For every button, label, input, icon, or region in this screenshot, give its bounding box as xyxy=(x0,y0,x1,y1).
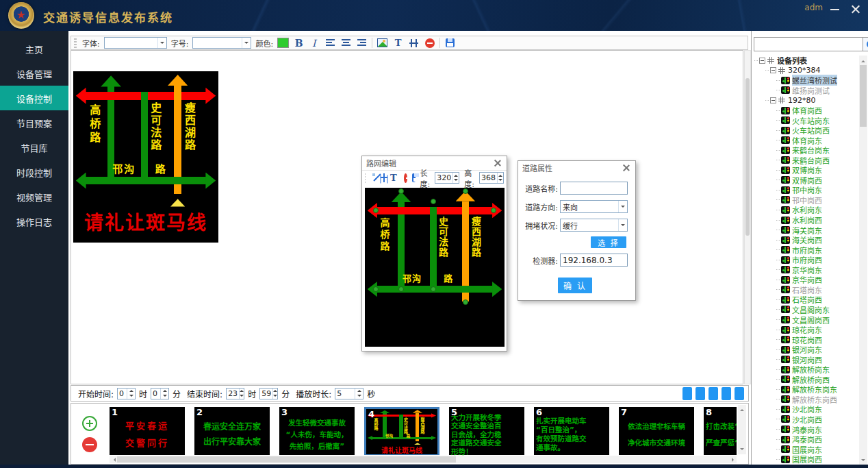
device-tree-item[interactable]: 海关岗西 xyxy=(753,235,858,245)
save-icon[interactable] xyxy=(412,173,415,182)
dialog-titlebar[interactable]: 路网编辑 xyxy=(362,156,507,170)
device-tree-item[interactable]: 市府岗西 xyxy=(753,255,858,265)
insert-image-button[interactable] xyxy=(376,37,388,49)
action-button[interactable] xyxy=(695,387,705,400)
device-search-button[interactable] xyxy=(863,37,868,51)
close-icon[interactable] xyxy=(849,3,863,15)
device-tree-item[interactable]: 琼花岗西 xyxy=(753,334,858,345)
detector-field[interactable] xyxy=(560,254,628,267)
program-thumbnail-4-selected[interactable]: 4 高桥路 史可法路 瘦西湖路 邗沟 路 请礼让斑马线 xyxy=(364,407,439,455)
device-tree-item[interactable]: 京华岗东 xyxy=(753,264,858,275)
remove-program-button[interactable] xyxy=(82,437,97,452)
toolbar-grip-icon[interactable] xyxy=(365,173,366,183)
road-shaft[interactable] xyxy=(430,207,437,290)
program-thumbnail-7[interactable]: 7 依法治理非标车辆 净化城市交通环境 xyxy=(619,407,694,455)
led-sign-preview[interactable]: 高桥路 史可法路 瘦西湖路 邗沟 路 请礼让斑马线 xyxy=(73,71,218,243)
program-thumbnail-3[interactable]: 3 发生轻微交通事故 “人未伤，车能动， 先拍照，后撤离” xyxy=(279,407,355,455)
align-right-button[interactable] xyxy=(356,37,368,49)
sidebar-item[interactable]: 主页 xyxy=(0,36,68,61)
device-tree-item[interactable]: 来鹤台岗东 xyxy=(753,145,858,156)
control-point[interactable] xyxy=(373,286,379,292)
device-tree-item[interactable]: 双博岗西 xyxy=(753,175,858,186)
add-program-button[interactable] xyxy=(82,416,97,431)
control-point[interactable] xyxy=(373,208,379,213)
tree-collapse-icon[interactable] xyxy=(759,58,765,64)
tree-vertical-scrollbar[interactable] xyxy=(859,56,867,466)
font-size-select[interactable] xyxy=(192,37,251,49)
control-point[interactable] xyxy=(398,286,404,292)
tree-collapse-icon[interactable] xyxy=(770,97,776,103)
device-tree-item[interactable]: 水利岗西 xyxy=(753,215,858,225)
control-point[interactable] xyxy=(398,188,404,194)
program-thumbnail-5[interactable]: 5 大力开展秋冬季 交通安全整治百 日会战，全力稳 定道路交通安全 形势！ xyxy=(449,407,524,455)
control-point[interactable] xyxy=(463,299,468,305)
device-tree-item[interactable]: 琼花岗东 xyxy=(753,325,858,335)
device-tree-item[interactable]: 邗中岗东 xyxy=(753,185,858,195)
program-thumbnail-8[interactable]: 8 打击改装“炸 严查严惩“机 xyxy=(704,407,737,455)
control-point[interactable] xyxy=(463,188,468,194)
scrollbar-thumb[interactable] xyxy=(745,78,750,236)
action-button[interactable] xyxy=(722,387,731,400)
device-tree-item[interactable]: 石塔岗西 xyxy=(753,295,858,305)
device-tree-item[interactable]: 银河岗东 xyxy=(753,345,858,355)
device-tree-item[interactable]: 体育岗西 xyxy=(753,106,858,116)
device-tree-item[interactable]: 解放桥岗东 xyxy=(753,365,858,375)
color-swatch-button[interactable] xyxy=(277,38,289,48)
draw-line-icon[interactable] xyxy=(372,173,374,182)
device-tree-item[interactable]: 火车站岗西 xyxy=(753,125,858,136)
device-tree-item[interactable]: 京华岗西 xyxy=(753,275,858,285)
device-tree-item[interactable]: 银河岗西 xyxy=(753,354,858,365)
scrollbar-thumb[interactable] xyxy=(860,65,867,127)
action-button[interactable] xyxy=(709,387,718,400)
device-tree-item[interactable]: 解放桥岗西 xyxy=(753,375,858,385)
confirm-button[interactable]: 确 认 xyxy=(558,278,592,293)
minimize-icon[interactable] xyxy=(828,3,842,15)
device-tree-item[interactable]: 市府岗东 xyxy=(753,245,858,255)
start-minute-stepper[interactable]: 0 xyxy=(151,388,169,399)
control-point[interactable] xyxy=(431,286,436,292)
device-tree-item[interactable]: 320*384 xyxy=(753,66,858,76)
scrollbar-thumb[interactable] xyxy=(117,456,456,463)
layout-columns-button[interactable] xyxy=(408,37,420,49)
sidebar-item[interactable]: 设备控制 xyxy=(0,86,68,110)
sidebar-item[interactable]: 节目预案 xyxy=(0,110,68,135)
congestion-select[interactable]: 缓行 xyxy=(560,219,628,232)
program-thumbnail-6[interactable]: 6 扎实开展电动车 “百日整治”， 有效预防道路交 通事故。 xyxy=(534,407,609,455)
close-icon[interactable] xyxy=(493,158,502,168)
font-family-select[interactable] xyxy=(104,37,167,49)
toolbar-grip-icon[interactable] xyxy=(74,38,77,48)
device-tree-item[interactable]: 沙北岗西 xyxy=(753,415,858,425)
device-tree-item[interactable]: 体育岗东 xyxy=(753,135,858,145)
device-tree-item[interactable]: 192*80 xyxy=(753,95,858,106)
strip-horizontal-scrollbar[interactable] xyxy=(110,456,737,463)
device-tree-item[interactable]: 石塔岗东 xyxy=(753,285,858,295)
delete-tool-icon[interactable] xyxy=(404,173,407,183)
device-tree-item[interactable]: 火车站岗东 xyxy=(753,115,858,125)
sidebar-item[interactable]: 节目库 xyxy=(0,135,68,160)
strip-vertical-scrollbar[interactable] xyxy=(738,405,746,454)
action-button[interactable] xyxy=(735,387,744,400)
device-tree-item[interactable]: 设备列表 xyxy=(753,56,858,66)
dialog-titlebar[interactable]: 道路属性 xyxy=(518,161,635,175)
device-tree-item[interactable]: 解放桥东岗西 xyxy=(753,395,858,405)
device-tree-item[interactable]: 文昌阁岗东 xyxy=(753,305,858,315)
save-button[interactable] xyxy=(444,37,456,49)
control-point[interactable] xyxy=(431,199,436,204)
align-left-button[interactable] xyxy=(324,37,336,49)
text-tool-button[interactable]: T xyxy=(387,172,399,184)
device-tree-item[interactable]: 解放桥东岗东 xyxy=(753,384,858,395)
length-stepper[interactable]: 320 xyxy=(435,172,459,184)
device-tree-item[interactable]: 国展岗东 xyxy=(753,444,858,454)
select-detector-button[interactable]: 选 择 xyxy=(591,236,626,248)
device-tree-item[interactable]: 邗中岗西 xyxy=(753,195,858,206)
sidebar-item[interactable]: 时段控制 xyxy=(0,160,68,184)
device-tree-item[interactable]: 双博岗东 xyxy=(753,165,858,175)
program-thumbnail-1[interactable]: 1 平安春运 交警同行 xyxy=(110,407,185,455)
canvas-vertical-scrollbar[interactable] xyxy=(744,50,751,384)
scroll-left-icon[interactable] xyxy=(110,456,117,463)
road-direction-select[interactable]: 来向 xyxy=(560,200,628,213)
text-tool-button[interactable]: T xyxy=(392,37,404,49)
bold-button[interactable]: B xyxy=(293,37,305,49)
height-stepper[interactable]: 368 xyxy=(479,172,504,184)
device-tree-item[interactable]: 水利岗东 xyxy=(753,205,858,215)
